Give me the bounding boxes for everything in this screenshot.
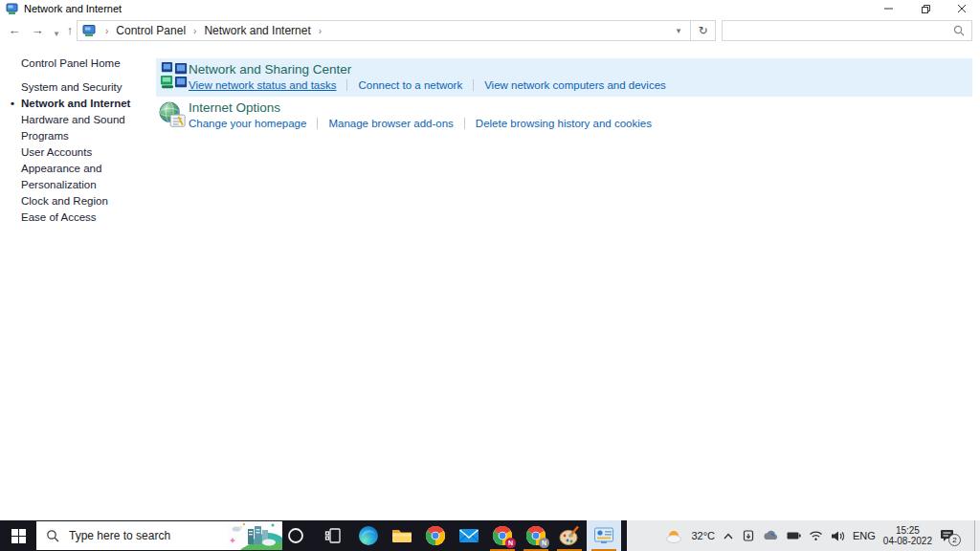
sidebar: Control Panel Home System and Security N… — [0, 55, 153, 226]
link-separator — [473, 79, 474, 91]
taskbar-search-box[interactable] — [36, 521, 282, 550]
edge-button[interactable] — [357, 524, 380, 547]
profile-n-badge: N — [505, 538, 516, 548]
notification-count-badge: 2 — [948, 534, 961, 546]
internet-options-icon — [158, 101, 187, 130]
cortana-button[interactable] — [284, 524, 307, 547]
network-sharing-links: View network status and tasks Connect to… — [189, 79, 972, 91]
chrome-profile-gray-button[interactable]: N — [524, 524, 547, 547]
breadcrumb-chevron-icon[interactable]: › — [313, 26, 327, 36]
language-indicator[interactable]: ENG — [853, 530, 876, 541]
section-network-and-sharing-center: Network and Sharing Center View network … — [156, 58, 972, 97]
sidebar-item-user-accounts[interactable]: User Accounts — [21, 144, 141, 161]
control-panel-breadcrumb-icon — [82, 24, 96, 37]
restore-button[interactable] — [907, 0, 944, 17]
taskbar: N N — [0, 520, 980, 551]
tray-date: 04-08-2022 — [883, 536, 932, 546]
chrome-button[interactable] — [424, 524, 447, 547]
title-bar: Network and Internet — [0, 0, 980, 17]
sidebar-item-hardware-and-sound[interactable]: Hardware and Sound — [21, 112, 141, 128]
internet-options-links: Change your homepage Manage browser add-… — [189, 118, 972, 129]
profile-n-badge: N — [539, 538, 549, 548]
window-content: Control Panel Home System and Security N… — [0, 44, 980, 520]
breadcrumb-chevron-icon: › — [100, 26, 114, 36]
address-bar[interactable]: › Control Panel › Network and Internet ›… — [77, 20, 716, 41]
cortana-icon — [287, 527, 304, 544]
temperature-label[interactable]: 32°C — [691, 530, 715, 541]
window-title: Network and Internet — [24, 3, 122, 14]
sidebar-item-clock-and-region[interactable]: Clock and Region — [21, 193, 141, 209]
sidebar-item-ease-of-access[interactable]: Ease of Access — [21, 209, 141, 226]
control-panel-items: Network and Sharing Center View network … — [156, 58, 972, 135]
control-panel-taskbar-button[interactable] — [587, 520, 621, 551]
mail-button[interactable] — [457, 524, 480, 547]
wifi-icon[interactable] — [809, 530, 823, 541]
link-delete-history[interactable]: Delete browsing history and cookies — [476, 118, 652, 129]
network-sharing-center-title[interactable]: Network and Sharing Center — [189, 62, 972, 77]
desktop-screen: Network and Internet ← → ▾ ↑ — [0, 0, 980, 551]
task-view-icon — [324, 526, 344, 545]
chrome-icon — [425, 525, 446, 546]
search-icon — [46, 529, 59, 542]
search-highlights-illustration[interactable] — [227, 521, 282, 550]
windows-logo-icon — [11, 529, 26, 543]
edge-icon — [358, 525, 379, 546]
navigation-bar: ← → ▾ ↑ › Control Panel › Network and In… — [0, 17, 980, 44]
sidebar-item-programs[interactable]: Programs — [21, 128, 141, 144]
refresh-button[interactable]: ↻ — [690, 21, 715, 40]
back-button[interactable]: ← — [6, 22, 23, 39]
forward-button[interactable]: → — [29, 22, 46, 39]
chrome-profile-red-button[interactable]: N — [491, 524, 514, 547]
control-panel-icon — [593, 525, 614, 546]
link-separator — [464, 118, 465, 129]
tray-device-icon[interactable] — [742, 529, 755, 542]
link-connect-to-network[interactable]: Connect to a network — [358, 79, 462, 91]
breadcrumb-network-and-internet[interactable]: Network and Internet — [202, 24, 312, 37]
sidebar-item-appearance-and-personalization[interactable]: Appearance and Personalization — [21, 161, 141, 193]
file-explorer-icon — [391, 525, 412, 546]
link-change-homepage[interactable]: Change your homepage — [189, 118, 306, 129]
volume-icon[interactable] — [831, 530, 845, 542]
control-panel-window-icon — [6, 3, 18, 15]
action-center-button[interactable]: 2 — [940, 529, 955, 542]
link-view-network-status[interactable]: View network status and tasks — [189, 79, 336, 91]
explorer-search-box[interactable] — [722, 20, 972, 41]
taskbar-search-input[interactable] — [67, 528, 227, 543]
onedrive-icon[interactable] — [763, 530, 779, 541]
battery-icon[interactable] — [787, 531, 801, 540]
sidebar-item-control-panel-home[interactable]: Control Panel Home — [21, 55, 141, 72]
breadcrumb-chevron-icon[interactable]: › — [188, 26, 202, 36]
window-controls — [871, 0, 980, 17]
weather-icon[interactable] — [664, 528, 683, 543]
breadcrumb-control-panel[interactable]: Control Panel — [114, 24, 188, 37]
link-manage-addons[interactable]: Manage browser add-ons — [328, 118, 453, 129]
internet-options-title[interactable]: Internet Options — [189, 100, 972, 116]
show-desktop-button[interactable] — [974, 520, 980, 551]
start-button[interactable] — [0, 520, 36, 551]
link-separator — [317, 118, 318, 129]
sidebar-item-system-and-security[interactable]: System and Security — [21, 79, 141, 96]
paint-button[interactable] — [558, 524, 581, 547]
link-view-network-computers[interactable]: View network computers and devices — [484, 79, 666, 91]
hidden-icons-chevron-icon[interactable] — [723, 532, 734, 540]
close-button[interactable] — [944, 0, 980, 17]
mail-icon — [458, 525, 479, 546]
task-view-button[interactable] — [323, 524, 345, 547]
section-internet-options: Internet Options Change your homepage Ma… — [156, 97, 972, 135]
address-dropdown-chevron-icon[interactable]: ▾ — [667, 26, 690, 35]
explorer-search-input[interactable] — [723, 21, 953, 40]
sidebar-item-network-and-internet[interactable]: Network and Internet — [21, 96, 141, 112]
network-sharing-center-icon — [160, 61, 189, 90]
minimize-button[interactable] — [871, 0, 907, 17]
clock[interactable]: 15:25 04-08-2022 — [883, 525, 932, 546]
file-explorer-button[interactable] — [390, 524, 413, 547]
tray-time: 15:25 — [896, 525, 920, 536]
link-separator — [346, 79, 347, 91]
search-icon — [953, 25, 965, 36]
system-tray: 32°C — [627, 520, 980, 551]
paint-icon — [559, 525, 580, 546]
